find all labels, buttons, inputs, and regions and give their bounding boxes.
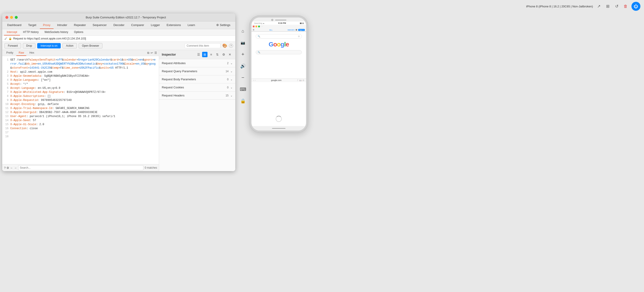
line-text: Accept: */* <box>10 82 28 86</box>
power-button[interactable]: ⏻ <box>632 2 640 11</box>
tab-grid-icon[interactable]: ⊞ <box>296 29 297 31</box>
lock-side-icon[interactable]: 🔒 <box>239 97 247 105</box>
line-number: 3 <box>4 74 8 78</box>
tab-images[interactable]: IMAGES <box>288 29 294 31</box>
camera-side-icon[interactable]: 📷 <box>239 39 247 47</box>
line-text: X-Apple-Userguid: DB42B5B2-7597-4A4A-8D0… <box>10 110 98 114</box>
signin-button[interactable]: Sign in <box>298 29 305 31</box>
nav-tab-repeater[interactable]: Repeater <box>71 22 89 29</box>
tabs-icon[interactable]: ⊟ <box>302 79 304 81</box>
sub-tab-options[interactable]: Options <box>71 29 86 36</box>
nav-tab-comparer[interactable]: Comparer <box>128 22 147 29</box>
iphone-time: 8:16 PM <box>278 22 286 24</box>
open-browser-button[interactable]: Open Browser <box>79 43 103 49</box>
collapse-icon[interactable]: ⇅ <box>215 52 220 57</box>
search-input[interactable] <box>18 165 143 170</box>
plus-side-icon[interactable]: + <box>239 50 247 58</box>
browser-close-btn[interactable] <box>253 26 254 27</box>
browser-maximize-btn[interactable] <box>258 26 260 27</box>
inspector-section-header[interactable]: Request Headers15⌄ <box>159 92 235 99</box>
window-title: Burp Suite Community Edition v2022.12.7 … <box>20 16 232 19</box>
newline-icon[interactable]: ↩ <box>150 51 153 55</box>
inspector-section-header[interactable]: Request Body Parameters0⌄ <box>159 75 235 83</box>
code-area[interactable]: 1GET /search?alwaysSendTophit=off&calend… <box>2 56 159 164</box>
forward-button[interactable]: Forward <box>4 43 21 49</box>
browser-toolbar: ‹ › <box>252 25 306 28</box>
iphone-speaker <box>275 20 286 21</box>
nav-tab-decoder[interactable]: Decoder <box>110 22 128 29</box>
trash-icon[interactable]: 🗑 <box>622 3 629 10</box>
line-number: 10 <box>4 102 8 106</box>
back-icon[interactable]: ‹ <box>261 25 262 28</box>
keyboard-side-icon[interactable]: ⌨ <box>239 85 247 93</box>
close-button[interactable] <box>6 16 8 19</box>
inspector-section-header[interactable]: Request Attributes2⌄ <box>159 59 235 67</box>
line-text: User-Agent: parsecd/1 (iPhone10,1; iPhon… <box>10 114 115 118</box>
inspector-settings-icon[interactable]: ⚙ <box>221 52 226 57</box>
home-side-icon[interactable]: ⌂ <box>239 27 247 35</box>
gear-icon: ⚙ <box>216 23 219 27</box>
nav-tab-learn[interactable]: Learn <box>184 22 198 29</box>
inspector-section-header[interactable]: Request Query Parameters14⌄ <box>159 67 235 75</box>
sub-tab-intercept[interactable]: Intercept <box>4 29 20 36</box>
nav-tab-logger[interactable]: Logger <box>148 22 163 29</box>
action-button[interactable]: Action <box>62 43 77 49</box>
inspector-section-header[interactable]: Request Cookies0⌄ <box>159 83 235 91</box>
help-icon[interactable]: ? <box>229 44 233 48</box>
refresh-icon[interactable]: ↺ <box>614 3 620 10</box>
line-text: X-Apple-Requestid: 9978995463235797340 <box>10 98 72 102</box>
hamburger-icon[interactable]: ☰ <box>253 29 254 31</box>
search-bar: ? ⚙ ← → 0 matches <box>2 164 159 171</box>
inspector-close-icon[interactable]: ✕ <box>227 52 232 57</box>
address-back-icon[interactable]: ‹ <box>253 79 254 81</box>
align-icon[interactable]: ≡ <box>208 52 214 57</box>
colorpicker-icon[interactable]: 🎨 <box>222 43 227 48</box>
settings-small-icon[interactable]: ⚙ <box>6 166 9 170</box>
volume-side-icon[interactable]: 🔊 <box>239 62 247 70</box>
chevron-down-icon: ⌄ <box>230 86 232 89</box>
mic-icon[interactable]: ⊟ <box>298 35 300 38</box>
toolbar: Forward Drop Intercept is on Action Open… <box>2 42 235 50</box>
line-text: Accept-Language: en-US,en;q=0.9 <box>10 86 60 90</box>
external-link-icon[interactable]: ↗ <box>596 3 602 10</box>
editor-tab-hex[interactable]: Hex <box>27 50 36 56</box>
maximize-button[interactable] <box>15 16 18 19</box>
nav-tab-target[interactable]: Target <box>25 22 40 29</box>
browser-minimize-btn[interactable] <box>256 26 257 27</box>
editor-tab-pretty[interactable]: Pretty <box>4 50 16 56</box>
prev-match-icon[interactable]: ← <box>10 166 13 170</box>
share-icon[interactable]: ⤴ <box>297 79 298 81</box>
menu-icon[interactable]: ☰ <box>154 51 157 55</box>
code-line: 14X-Apple-Seed: 57 <box>3 118 158 122</box>
google-search-bar[interactable]: 🔍 ⊟ <box>256 34 302 39</box>
drop-button[interactable]: Drop <box>23 43 36 49</box>
minus-side-icon[interactable]: − <box>239 74 247 82</box>
nav-tab-extensions[interactable]: Extensions <box>164 22 184 29</box>
nav-tab-intruder[interactable]: Intruder <box>54 22 70 29</box>
grid-icon[interactable]: ⊞ <box>604 3 611 10</box>
nav-tab-sequencer[interactable]: Sequencer <box>90 22 110 29</box>
code-line: 10Accept-Encoding: gzip, deflate <box>3 102 158 106</box>
nav-tab-settings[interactable]: ⚙ Settings <box>213 22 234 29</box>
sub-tab-websockets[interactable]: WebSockets history <box>42 29 71 36</box>
wrap-icon[interactable]: ⧉ <box>147 51 149 55</box>
forward-nav-icon[interactable]: › <box>262 25 263 28</box>
line-number: 18 <box>4 135 8 139</box>
comment-input[interactable] <box>185 43 220 48</box>
next-match-icon[interactable]: → <box>14 166 17 170</box>
address-forward-icon[interactable]: › <box>255 79 256 81</box>
list-view-icon[interactable]: ☰ <box>196 52 201 57</box>
minimize-button[interactable] <box>10 16 13 19</box>
sub-tab-http-history[interactable]: HTTP history <box>20 29 42 36</box>
intercept-button[interactable]: Intercept is on <box>37 43 61 49</box>
google-main-search[interactable]: 🔍 <box>256 50 302 54</box>
code-line: 1GET /search?alwaysSendTophit=off&calend… <box>3 58 158 70</box>
grid-view-icon[interactable]: ⊞ <box>202 52 208 57</box>
tab-all[interactable]: ALL <box>255 29 286 31</box>
help-small-icon[interactable]: ? <box>4 166 6 170</box>
bookmarks-icon[interactable]: 📖 <box>299 79 302 81</box>
nav-tab-dashboard[interactable]: Dashboard <box>4 22 25 29</box>
nav-tab-proxy[interactable]: Proxy <box>40 22 54 29</box>
editor-tab-raw[interactable]: Raw <box>16 50 26 56</box>
address-text[interactable]: google.com <box>256 79 296 81</box>
